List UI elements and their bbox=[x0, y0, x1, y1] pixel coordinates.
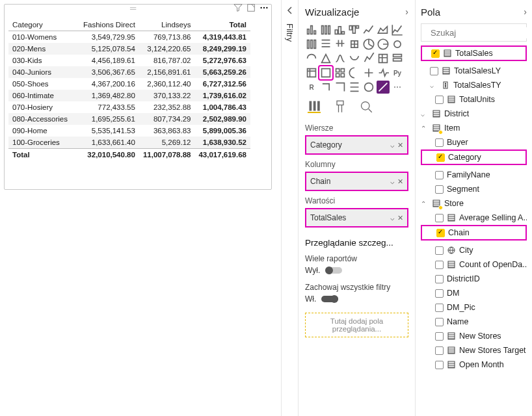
field-item[interactable]: Segment bbox=[421, 182, 527, 196]
field-item[interactable]: Count of OpenDa... bbox=[421, 257, 527, 272]
field-item[interactable]: TotalSales bbox=[421, 46, 527, 61]
field-checkbox[interactable] bbox=[435, 332, 444, 341]
analytics-tab[interactable] bbox=[360, 100, 373, 113]
search-input[interactable] bbox=[429, 27, 532, 38]
field-checkbox[interactable] bbox=[435, 214, 444, 222]
viz-type-icon[interactable] bbox=[377, 23, 390, 36]
fields-tab[interactable] bbox=[308, 100, 321, 113]
viz-type-icon[interactable] bbox=[348, 66, 361, 79]
field-checkbox[interactable] bbox=[435, 318, 444, 326]
remove-icon[interactable]: ✕ bbox=[397, 141, 403, 150]
field-checkbox[interactable] bbox=[435, 304, 444, 312]
viz-type-icon[interactable] bbox=[319, 81, 332, 94]
table-row[interactable]: 010-Womens3,549,729.95769,713.864,319,44… bbox=[8, 31, 250, 44]
viz-type-icon[interactable] bbox=[305, 23, 318, 36]
matrix-visual[interactable]: ═ CategoryFashions DirectLindseysTotal 0… bbox=[4, 4, 272, 190]
field-item[interactable]: Category bbox=[421, 150, 527, 165]
table-row[interactable]: 030-Kids4,456,189.61816,787.025,272,976.… bbox=[8, 55, 250, 66]
chevron-down-icon[interactable]: ⌵ bbox=[390, 141, 395, 150]
table-row[interactable]: 080-Accessories1,695,255.61807,734.292,5… bbox=[8, 113, 250, 125]
viz-type-icon[interactable] bbox=[319, 66, 332, 79]
column-header[interactable]: Lindseys bbox=[139, 19, 195, 31]
field-checkbox[interactable] bbox=[435, 361, 444, 369]
vals-well[interactable]: TotalSales ⌵✕ bbox=[306, 209, 407, 226]
remove-icon[interactable]: ✕ bbox=[397, 214, 403, 222]
field-checkbox[interactable] bbox=[435, 96, 444, 104]
keep-filters-toggle[interactable]: Wł. bbox=[305, 294, 408, 304]
table-header[interactable]: ⌃Store bbox=[421, 196, 527, 211]
table-row[interactable]: 060-Intimate1,369,482.80370,133.221,739,… bbox=[8, 90, 250, 101]
report-canvas[interactable]: ═ CategoryFashions DirectLindseysTotal 0… bbox=[0, 0, 280, 416]
field-checkbox[interactable] bbox=[435, 346, 444, 355]
viz-type-icon[interactable] bbox=[362, 52, 375, 65]
expand-left-icon[interactable] bbox=[285, 5, 295, 16]
viz-type-icon[interactable]: Py bbox=[391, 66, 404, 79]
expand-icon[interactable]: ⌃ bbox=[421, 200, 429, 207]
field-item[interactable]: Name bbox=[421, 315, 527, 329]
viz-type-icon[interactable] bbox=[377, 81, 390, 94]
cols-well[interactable]: Chain ⌵✕ bbox=[306, 173, 407, 190]
drag-grip-icon[interactable]: ═ bbox=[130, 7, 146, 10]
viz-type-icon[interactable] bbox=[362, 66, 375, 79]
focus-icon[interactable] bbox=[246, 3, 256, 15]
chevron-down-icon[interactable]: ⌵ bbox=[390, 214, 395, 222]
field-item[interactable]: TotalSalesLY bbox=[421, 64, 527, 78]
viz-type-icon[interactable] bbox=[348, 52, 361, 65]
field-checkbox[interactable] bbox=[435, 171, 444, 179]
field-item[interactable]: City bbox=[421, 243, 527, 257]
more-icon[interactable] bbox=[259, 3, 269, 15]
table-row[interactable]: 020-Mens5,125,078.543,124,220.658,249,29… bbox=[8, 43, 250, 55]
table-row[interactable]: 100-Groceries1,633,661.405,269.121,638,9… bbox=[8, 136, 250, 149]
collapse-icon[interactable]: › bbox=[405, 6, 408, 17]
field-checkbox[interactable] bbox=[436, 229, 445, 237]
viz-type-icon[interactable] bbox=[362, 38, 375, 51]
rows-well[interactable]: Category ⌵✕ bbox=[306, 136, 407, 153]
field-item[interactable]: New Stores bbox=[421, 329, 527, 343]
collapse-icon[interactable]: › bbox=[524, 6, 527, 17]
cross-report-toggle[interactable]: Wył. bbox=[305, 266, 408, 275]
viz-type-icon[interactable] bbox=[334, 52, 347, 65]
viz-type-icon[interactable] bbox=[377, 66, 390, 79]
viz-type-icon[interactable] bbox=[305, 52, 318, 65]
viz-type-icon[interactable] bbox=[391, 38, 404, 51]
viz-type-icon[interactable]: R bbox=[305, 81, 318, 94]
table-row[interactable]: 070-Hosiery772,433.55232,352.881,004,786… bbox=[8, 101, 250, 113]
column-header[interactable]: Total bbox=[194, 19, 250, 31]
table-header[interactable]: ⌃Item bbox=[421, 121, 527, 135]
viz-type-icon[interactable] bbox=[334, 23, 347, 36]
filters-pane-collapsed[interactable]: Filtry bbox=[281, 0, 298, 416]
field-item[interactable]: DM_Pic bbox=[421, 300, 527, 315]
field-item[interactable]: ⌵TotalSalesTY bbox=[421, 78, 527, 92]
column-header[interactable]: Fashions Direct bbox=[79, 19, 139, 31]
field-item[interactable]: Buyer bbox=[421, 135, 527, 150]
viz-type-icon[interactable] bbox=[319, 52, 332, 65]
expand-icon[interactable]: ⌵ bbox=[430, 82, 438, 89]
table-row[interactable]: 040-Juniors3,506,367.652,156,891.615,663… bbox=[8, 66, 250, 78]
filter-icon[interactable] bbox=[233, 3, 243, 15]
viz-type-icon[interactable] bbox=[305, 38, 318, 51]
field-checkbox[interactable] bbox=[435, 246, 444, 255]
viz-type-icon[interactable] bbox=[391, 52, 404, 65]
expand-icon[interactable]: ⌵ bbox=[421, 110, 429, 118]
table-row[interactable]: 090-Home5,535,141.53363,863.835,899,005.… bbox=[8, 125, 250, 136]
field-item[interactable]: Chain bbox=[421, 225, 527, 240]
field-item[interactable]: FamilyNane bbox=[421, 168, 527, 182]
viz-type-icon[interactable] bbox=[391, 23, 404, 36]
field-checkbox[interactable] bbox=[435, 275, 444, 283]
field-checkbox[interactable] bbox=[435, 261, 444, 269]
viz-type-icon[interactable] bbox=[348, 38, 361, 51]
field-item[interactable]: TotalUnits bbox=[421, 92, 527, 107]
viz-type-icon[interactable] bbox=[377, 52, 390, 65]
expand-icon[interactable]: ⌃ bbox=[421, 125, 429, 132]
table-row[interactable]: 050-Shoes4,367,200.162,360,112.406,727,3… bbox=[8, 78, 250, 90]
drill-drop-hint[interactable]: Tutaj dodaj pola przeglądania... bbox=[305, 313, 408, 337]
field-checkbox[interactable] bbox=[431, 49, 440, 58]
viz-type-icon[interactable] bbox=[334, 38, 347, 51]
field-item[interactable]: DM bbox=[421, 286, 527, 300]
field-item[interactable]: New Stores Target bbox=[421, 343, 527, 358]
field-checkbox[interactable] bbox=[435, 289, 444, 298]
field-checkbox[interactable] bbox=[435, 185, 444, 194]
viz-type-icon[interactable] bbox=[348, 23, 361, 36]
format-tab[interactable] bbox=[334, 100, 347, 113]
more-visuals-icon[interactable]: ⋯ bbox=[391, 81, 404, 94]
